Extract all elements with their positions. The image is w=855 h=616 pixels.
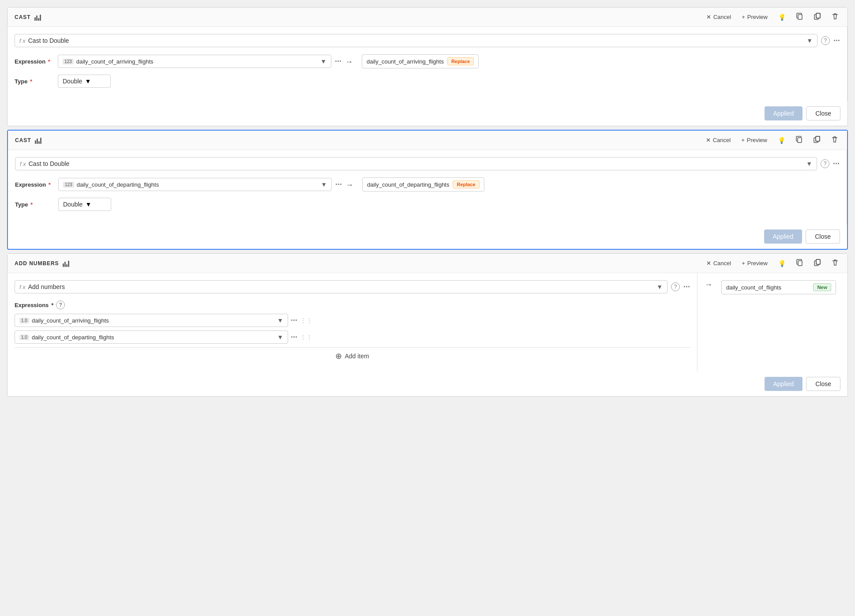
expr-list-dots-1[interactable]: ··· [291, 316, 297, 325]
type-value-2: Double [63, 201, 82, 208]
cast-title-text-1: CAST [15, 14, 31, 20]
panel-title-3: ADD NUMBERS [15, 260, 69, 267]
duplicate-icon-1 [814, 13, 821, 21]
func-select-1[interactable]: f x Cast to Double ▼ [15, 34, 818, 47]
expr-dots-1[interactable]: ··· [335, 57, 341, 66]
output-field-1: daily_count_of_arriving_flights Replace [362, 54, 479, 68]
func-name-2: Cast to Double [29, 160, 803, 167]
output-badge-2[interactable]: Replace [453, 180, 479, 188]
panel-header-2: CAST ✕ Cancel + Preview 💡 [8, 131, 847, 150]
cancel-label-1: Cancel [713, 14, 731, 20]
func-row-2: f x Cast to Double ▼ ? ··· [15, 157, 840, 170]
expr-list-dots-2[interactable]: ··· [291, 333, 297, 342]
duplicate-button-2[interactable] [812, 135, 822, 145]
help-icon-2[interactable]: ? [821, 159, 829, 168]
expr-select-1[interactable]: 123 daily_count_of_arriving_flights ▼ [58, 55, 331, 68]
add-item-button[interactable]: ⊕ Add item [335, 351, 369, 361]
copy-button-3[interactable] [795, 258, 805, 268]
cancel-label-3: Cancel [713, 260, 731, 267]
type-label-2: Type * [15, 201, 55, 208]
expr-dots-2[interactable]: ··· [335, 180, 342, 189]
copy-button-2[interactable] [794, 135, 805, 145]
lightbulb-icon-3: 💡 [778, 260, 786, 267]
output-badge-1[interactable]: Replace [447, 57, 474, 65]
plus-icon-1: + [742, 14, 745, 20]
panel-right-3: → daily_count_of_flights New [698, 273, 848, 372]
duplicate-button-1[interactable] [812, 12, 823, 22]
header-actions-2: ✕ Cancel + Preview 💡 [704, 135, 840, 145]
more-dots-2[interactable]: ··· [833, 159, 840, 169]
panel-title-2: CAST [15, 137, 41, 144]
cast-panel-1: CAST ✕ Cancel + Preview 💡 [7, 7, 848, 126]
applied-button-1[interactable]: Applied [765, 106, 803, 120]
func-name-3: Add numbers [28, 283, 654, 290]
panel-footer-1: Applied Close [8, 101, 848, 126]
expr-select-2[interactable]: 123 daily_count_of_departing_flights ▼ [58, 178, 332, 191]
expr-list-item-1: 1.0 daily_count_of_arriving_flights ▼ ··… [15, 314, 690, 327]
drag-handle-1[interactable]: ⋮⋮ [300, 317, 312, 324]
output-name-3: daily_count_of_flights [726, 284, 810, 291]
header-actions-3: ✕ Cancel + Preview 💡 [705, 258, 840, 268]
panel-footer-2: Applied Close [8, 224, 847, 249]
chevron-func-2: ▼ [806, 160, 812, 167]
duplicate-button-3[interactable] [812, 258, 823, 268]
cancel-button-1[interactable]: ✕ Cancel [705, 13, 733, 21]
chevron-func-1: ▼ [806, 37, 813, 44]
close-button-3[interactable]: Close [806, 377, 840, 391]
lightbulb-button-1[interactable]: 💡 [776, 13, 788, 22]
fx-label-1: f x [19, 38, 26, 44]
svg-rect-0 [798, 15, 802, 19]
trash-icon-2 [831, 136, 838, 144]
applied-button-3[interactable]: Applied [765, 377, 803, 391]
panel-content-1: f x Cast to Double ▼ ? ··· Expression * … [8, 27, 848, 101]
expr-list-select-2[interactable]: 1.0 daily_count_of_departing_flights ▼ [15, 331, 288, 344]
help-icon-3[interactable]: ? [671, 282, 680, 291]
close-button-2[interactable]: Close [806, 229, 840, 244]
preview-button-3[interactable]: + Preview [740, 259, 769, 267]
help-icon-1[interactable]: ? [821, 36, 830, 45]
expr-label-1: Expression * [15, 58, 54, 65]
circle-plus-icon: ⊕ [335, 351, 342, 361]
chevron-expr-2: ▼ [321, 181, 327, 188]
close-button-1[interactable]: Close [806, 106, 840, 120]
copy-button-1[interactable] [795, 12, 805, 22]
type-field-row-1: Type * Double ▼ [15, 75, 840, 88]
preview-button-2[interactable]: + Preview [739, 136, 769, 144]
expressions-help-icon[interactable]: ? [56, 300, 65, 309]
func-row-1: f x Cast to Double ▼ ? ··· [15, 34, 840, 47]
chevron-expr-list-2: ▼ [277, 334, 283, 341]
func-select-3[interactable]: f x Add numbers ▼ [15, 280, 668, 293]
applied-button-2[interactable]: Applied [764, 229, 802, 244]
expressions-label: Expressions * ? [15, 300, 690, 309]
expressions-label-text: Expressions [15, 302, 49, 308]
delete-button-3[interactable] [830, 258, 840, 268]
func-name-1: Cast to Double [28, 37, 804, 44]
func-select-2[interactable]: f x Cast to Double ▼ [15, 157, 817, 170]
type-select-1[interactable]: Double ▼ [58, 75, 111, 88]
more-dots-1[interactable]: ··· [833, 36, 840, 45]
expr-list-select-1[interactable]: 1.0 daily_count_of_arriving_flights ▼ [15, 314, 288, 327]
panel-content-3: f x Add numbers ▼ ? ··· Expressions * ? … [8, 273, 848, 372]
lightbulb-button-3[interactable]: 💡 [776, 259, 788, 268]
drag-handle-2[interactable]: ⋮⋮ [300, 334, 312, 341]
cast-title-text-2: CAST [15, 137, 31, 143]
bar-chart-icon-3 [63, 260, 69, 267]
expr-list-badge-2: 1.0 [19, 334, 29, 340]
fx-label-3: f x [19, 284, 26, 290]
cancel-button-3[interactable]: ✕ Cancel [705, 259, 733, 267]
preview-button-1[interactable]: + Preview [740, 13, 769, 21]
expr-field-row-2: Expression * 123 daily_count_of_departin… [15, 177, 840, 192]
panel-left-2: f x Cast to Double ▼ ? ··· Expression * … [8, 150, 847, 224]
delete-button-2[interactable] [829, 135, 840, 145]
bar-chart-icon-1 [34, 14, 41, 21]
more-dots-3[interactable]: ··· [683, 282, 690, 292]
delete-button-1[interactable] [830, 12, 840, 22]
type-label-1: Type * [15, 78, 54, 85]
output-badge-3[interactable]: New [813, 283, 831, 291]
svg-rect-6 [816, 136, 820, 141]
cancel-button-2[interactable]: ✕ Cancel [704, 136, 732, 144]
expr-value-2: daily_count_of_departing_flights [77, 181, 318, 188]
type-select-2[interactable]: Double ▼ [58, 198, 111, 211]
lightbulb-button-2[interactable]: 💡 [776, 136, 787, 145]
add-numbers-panel: ADD NUMBERS ✕ Cancel + Preview 💡 [7, 253, 848, 397]
